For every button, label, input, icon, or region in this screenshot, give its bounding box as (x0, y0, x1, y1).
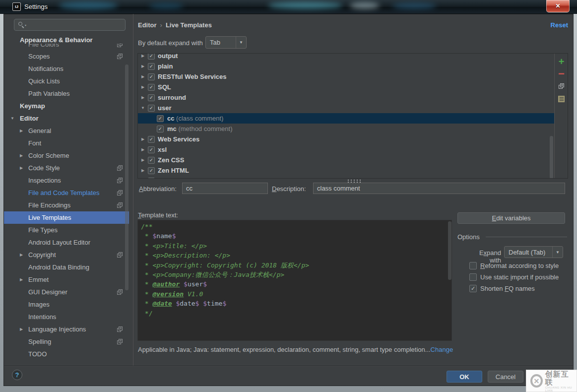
template-text-editor[interactable]: /** * $name$ * <p>Title: </p> * <p>Descr… (137, 220, 452, 341)
template-checkbox[interactable]: ✓ (157, 115, 164, 122)
help-button[interactable]: ? (12, 370, 22, 380)
abbreviation-input[interactable] (182, 183, 268, 194)
chevron-right-icon[interactable]: ▶ (140, 95, 145, 100)
chevron-down-icon[interactable]: ▼ (552, 247, 563, 258)
template-checkbox[interactable]: ✓ (148, 146, 155, 153)
chevron-right-icon[interactable]: ▶ (19, 253, 24, 257)
sidebar-item-images[interactable]: Images (4, 298, 129, 311)
chevron-down-icon[interactable]: ▼ (140, 106, 145, 110)
sidebar-item-android-data-binding[interactable]: Android Data Binding (4, 261, 129, 273)
chevron-right-icon[interactable]: ▶ (19, 153, 24, 158)
chevron-right-icon[interactable]: ▶ (19, 129, 24, 133)
template-row-restful-web-services[interactable]: ▶✓RESTful Web Services (138, 71, 555, 82)
sidebar-item-general[interactable]: ▶General (4, 125, 129, 137)
sidebar-item-todo[interactable]: TODO (4, 348, 129, 360)
template-row-cc[interactable]: ✓cc (class comment) (138, 113, 555, 124)
sidebar-item-copyright[interactable]: ▶Copyright (4, 249, 129, 261)
template-checkbox[interactable]: ✓ (148, 105, 155, 112)
checkbox[interactable] (469, 273, 477, 281)
chevron-right-icon[interactable]: ▶ (140, 85, 145, 89)
chevron-right-icon[interactable]: ▶ (140, 168, 145, 173)
template-checkbox[interactable]: ✓ (148, 54, 155, 60)
tree-scrollbar-thumb[interactable] (550, 136, 553, 179)
sidebar-item-scopes[interactable]: Scopes (4, 50, 129, 63)
sidebar-scrollbar-thumb[interactable] (125, 65, 128, 290)
template-row-plain[interactable]: ▶✓plain (138, 61, 555, 71)
sidebar-item-file-types[interactable]: File Types (4, 224, 129, 236)
template-row-zen-html[interactable]: ▶✓Zen HTML (138, 165, 555, 176)
template-row-xsl[interactable]: ▶✓xsl (138, 144, 555, 155)
settings-search-input[interactable]: ▾ (14, 19, 126, 31)
sidebar-item-language-injections[interactable]: ▶Language Injections (4, 323, 129, 335)
template-checkbox[interactable]: ✓ (148, 136, 155, 143)
option-reformat-according-to-style[interactable]: Reformat according to style (469, 261, 559, 269)
default-expand-select[interactable]: Tab ▼ (205, 36, 247, 49)
chevron-right-icon[interactable]: ▶ (140, 64, 145, 68)
chevron-down-icon[interactable]: ▼ (10, 116, 15, 121)
sidebar-item-path-variables[interactable]: Path Variables (4, 87, 129, 100)
sidebar-item-inspections[interactable]: Inspections (4, 174, 129, 187)
sidebar-item-android-layout-editor[interactable]: Android Layout Editor (4, 236, 129, 249)
breadcrumb-section[interactable]: Editor (138, 21, 157, 29)
ok-button[interactable]: OK (447, 371, 482, 383)
sidebar-item-file-encodings[interactable]: File Encodings (4, 199, 129, 211)
chevron-right-icon[interactable]: ▶ (140, 137, 145, 141)
cancel-button[interactable]: Cancel (488, 371, 523, 383)
template-row-web-services[interactable]: ▶✓Web Services (138, 134, 555, 144)
sidebar-item-editor[interactable]: ▼Editor (4, 112, 129, 125)
template-checkbox[interactable]: ✓ (148, 63, 155, 70)
template-row-zen-css[interactable]: ▶✓Zen CSS (138, 155, 555, 165)
checkbox[interactable] (469, 262, 477, 269)
chevron-right-icon[interactable]: ▶ (140, 54, 145, 58)
template-checkbox[interactable]: ✓ (148, 178, 155, 179)
sidebar-item-code-style[interactable]: ▶Code Style (4, 162, 129, 174)
sidebar-item-emmet[interactable]: ▶Emmet (4, 273, 129, 286)
reset-link[interactable]: Reset (543, 21, 568, 29)
sidebar-item-quick-lists[interactable]: Quick Lists (4, 75, 129, 87)
duplicate-template-button[interactable] (555, 81, 568, 91)
chevron-down-icon[interactable]: ▼ (236, 37, 246, 48)
chevron-right-icon[interactable]: ▶ (19, 327, 24, 331)
close-button[interactable]: ✕ (546, 0, 570, 12)
template-row-user[interactable]: ▼✓user (138, 103, 555, 113)
template-checkbox[interactable]: ✓ (148, 94, 155, 101)
sidebar-item-notifications[interactable]: Notifications (4, 63, 129, 75)
option-use-static-import-if-possible[interactable]: Use static import if possible (469, 273, 559, 281)
add-template-button[interactable]: + (555, 57, 568, 66)
template-row-output[interactable]: ▶✓output (138, 54, 555, 61)
chevron-right-icon[interactable]: ▶ (19, 166, 24, 170)
sidebar-item-gui-designer[interactable]: GUI Designer (4, 286, 129, 298)
change-context-link[interactable]: Change (431, 346, 453, 353)
chevron-right-icon[interactable]: ▶ (19, 277, 24, 282)
option-shorten-fq-names[interactable]: ✓Shorten FQ names (469, 284, 535, 292)
template-checkbox[interactable]: ✓ (148, 167, 155, 174)
remove-template-button[interactable]: − (555, 69, 568, 79)
sidebar-item-spelling[interactable]: Spelling (4, 335, 129, 348)
chevron-right-icon[interactable]: ▶ (140, 147, 145, 152)
sidebar-item-file-colors[interactable]: File Colors (4, 44, 129, 50)
sidebar-item-live-templates[interactable]: Live Templates (4, 211, 129, 224)
chevron-right-icon[interactable]: ▶ (140, 158, 145, 162)
expand-with-select[interactable]: Default (Tab) ▼ (504, 246, 563, 258)
template-checkbox[interactable]: ✓ (148, 157, 155, 164)
template-row-zen-xsl[interactable]: ▶✓Zen XSL (138, 176, 555, 179)
template-row-mc[interactable]: ✓mc (method comment) (138, 124, 555, 134)
restore-defaults-button[interactable] (555, 94, 568, 104)
sidebar-item-color-scheme[interactable]: ▶Color Scheme (4, 149, 129, 162)
template-checkbox[interactable]: ✓ (148, 84, 155, 91)
checkbox[interactable]: ✓ (469, 285, 477, 292)
sidebar-item-file-and-code-templates[interactable]: File and Code Templates (4, 187, 129, 199)
template-row-surround[interactable]: ▶✓surround (138, 92, 555, 103)
template-row-sql[interactable]: ▶✓SQL (138, 82, 555, 92)
chevron-right-icon[interactable]: ▶ (140, 74, 145, 79)
edit-variables-button[interactable]: Edit variables (457, 212, 565, 224)
sidebar-item-keymap[interactable]: Keymap (4, 100, 129, 112)
sidebar-item-intentions[interactable]: Intentions (4, 311, 129, 323)
template-checkbox[interactable]: ✓ (148, 73, 155, 80)
sidebar-item-appearance-behavior[interactable]: Appearance & Behavior (4, 35, 129, 45)
template-checkbox[interactable]: ✓ (157, 126, 164, 132)
sidebar-item-font[interactable]: Font (4, 137, 129, 149)
title-bar[interactable]: IJ Settings (0, 0, 577, 14)
editor-scrollbar-thumb[interactable] (448, 221, 451, 280)
description-input[interactable] (313, 183, 565, 194)
